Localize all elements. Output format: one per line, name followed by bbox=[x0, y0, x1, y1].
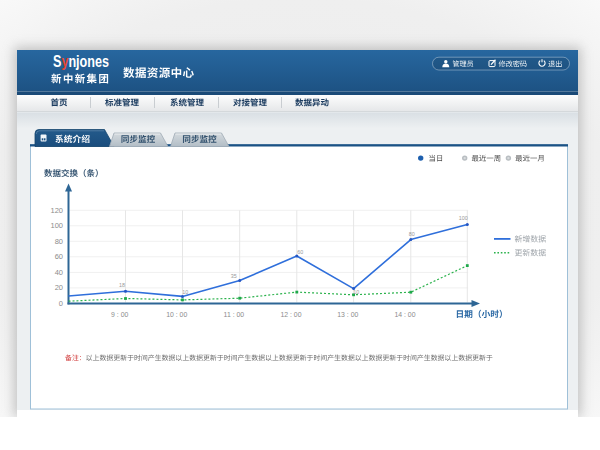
svg-text:40: 40 bbox=[55, 268, 63, 277]
svg-text:10 : 00: 10 : 00 bbox=[166, 311, 187, 318]
svg-text:35: 35 bbox=[231, 273, 237, 279]
svg-text:9 : 00: 9 : 00 bbox=[111, 311, 128, 318]
svg-text:Synjones: Synjones bbox=[53, 53, 109, 70]
svg-text:13 : 00: 13 : 00 bbox=[337, 311, 358, 318]
svg-text:60: 60 bbox=[55, 252, 63, 261]
svg-text:14 : 00: 14 : 00 bbox=[394, 311, 415, 318]
svg-text:10: 10 bbox=[353, 289, 359, 295]
svg-text:0: 0 bbox=[59, 299, 63, 308]
svg-text:18: 18 bbox=[119, 282, 125, 288]
svg-text:10: 10 bbox=[182, 289, 188, 295]
svg-text:100: 100 bbox=[50, 221, 63, 230]
svg-text:11 : 00: 11 : 00 bbox=[224, 311, 245, 318]
svg-text:20: 20 bbox=[55, 283, 63, 292]
svg-text:100: 100 bbox=[459, 215, 468, 221]
svg-text:120: 120 bbox=[50, 206, 63, 215]
svg-text:60: 60 bbox=[297, 249, 303, 255]
svg-text:12 : 00: 12 : 00 bbox=[280, 311, 301, 318]
svg-text:80: 80 bbox=[55, 237, 63, 246]
svg-text:80: 80 bbox=[409, 231, 415, 237]
